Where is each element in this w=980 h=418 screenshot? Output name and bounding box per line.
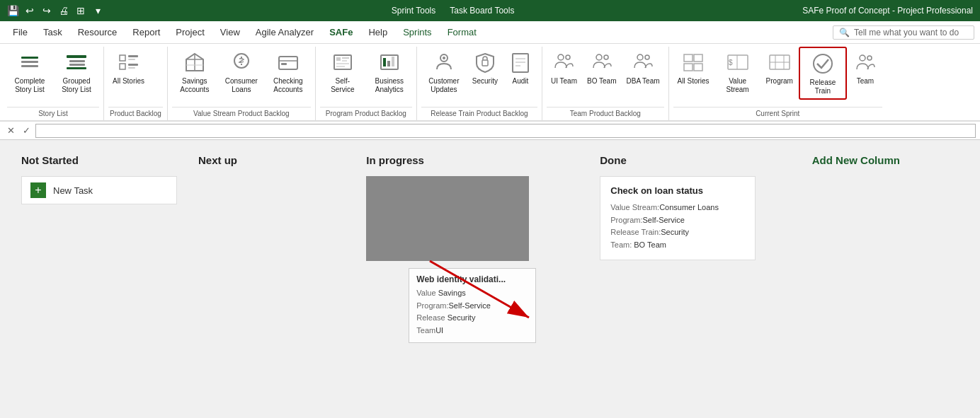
program-sprint-button[interactable]: Program <box>762 47 797 88</box>
svg-rect-32 <box>392 57 394 66</box>
ribbon-group-team-backlog: UI Team BO Team <box>542 47 669 120</box>
add-column-section: Add New Column <box>812 154 959 381</box>
dba-team-button[interactable]: DBA Team <box>622 47 664 88</box>
consumer-loans-button[interactable]: Consumer Loans <box>219 47 264 97</box>
all-stories-sprint-button[interactable]: All Stories <box>673 47 714 88</box>
ribbon: Complete Story List Grouped Story List S… <box>0 44 980 122</box>
new-task-button[interactable]: + New Task <box>21 176 177 204</box>
customer-updates-button[interactable]: Customer Updates <box>421 47 467 97</box>
checking-accounts-button[interactable]: Checking Accounts <box>266 47 311 97</box>
dba-team-label: DBA Team <box>627 77 660 86</box>
bo-team-button[interactable]: BO Team <box>583 47 621 88</box>
menu-project[interactable]: Project <box>169 24 211 40</box>
value-stream-sprint-button[interactable]: $ Value Stream <box>715 47 760 97</box>
drag-visual-container: Web identity validati... Value Savings P… <box>366 261 579 374</box>
loan-status-card[interactable]: Check on loan status Value Stream:Consum… <box>600 176 756 260</box>
menu-task[interactable]: Task <box>36 24 69 40</box>
menu-agile[interactable]: Agile Analyzer <box>249 24 321 40</box>
menu-file[interactable]: File <box>6 24 35 40</box>
print-icon[interactable]: 🖨 <box>58 5 69 16</box>
team-backlog-group-label: Team Product Backlog <box>547 107 664 120</box>
ui-team-button[interactable]: UI Team <box>547 47 581 88</box>
menu-bar: File Task Resource Report Project View A… <box>0 21 980 44</box>
svg-rect-5 <box>69 64 85 66</box>
svg-rect-47 <box>694 54 702 62</box>
savings-icon <box>182 50 207 75</box>
svg-rect-31 <box>387 61 390 66</box>
consumer-loans-icon <box>229 50 254 75</box>
release-train-sprint-button[interactable]: Release Train <box>799 47 847 100</box>
drag-value: Savings <box>438 289 466 297</box>
audit-button[interactable]: Audit <box>503 47 537 88</box>
save-icon[interactable]: 💾 <box>7 5 18 16</box>
team-sprint-label: Team <box>857 77 874 86</box>
formula-input[interactable] <box>35 124 976 138</box>
ribbon-group-value-stream: Savings Accounts Consumer Loans <box>168 47 316 120</box>
cancel-formula-button[interactable]: ✕ <box>4 124 17 137</box>
drag-program: Self-Service <box>449 301 491 310</box>
svg-text:$: $ <box>729 59 733 66</box>
loan-value-stream: Consumer Loans <box>659 203 719 211</box>
title-bar-left: 💾 ↩ ↪ 🖨 ⊞ ▾ <box>7 5 103 16</box>
checking-icon <box>275 50 301 75</box>
business-analytics-button[interactable]: Business Analytics <box>367 47 412 97</box>
grouped-story-label: Grouped Story List <box>58 77 95 94</box>
ribbon-group-current-sprint: All Stories $ Value Stream <box>669 47 887 120</box>
dropdown-arrow[interactable]: ▾ <box>92 5 103 16</box>
team-sprint-button[interactable]: Team <box>848 47 882 88</box>
savings-accounts-button[interactable]: Savings Accounts <box>172 47 217 97</box>
svg-rect-26 <box>342 60 347 62</box>
self-service-label: Self-Service <box>324 77 361 94</box>
grouped-story-icon <box>64 50 89 75</box>
svg-point-40 <box>558 54 564 60</box>
complete-story-list-button[interactable]: Complete Story List <box>7 47 52 97</box>
drag-source-placeholder <box>366 176 529 261</box>
business-analytics-label: Business Analytics <box>371 77 408 94</box>
dragging-card[interactable]: Web identity validati... Value Savings P… <box>409 268 536 343</box>
task-board-tools-tab[interactable]: Task Board Tools <box>450 6 514 16</box>
bo-team-label: BO Team <box>587 77 617 86</box>
menu-help[interactable]: Help <box>361 24 394 40</box>
menu-resource[interactable]: Resource <box>71 24 125 40</box>
sprint-tools-tab[interactable]: Sprint Tools <box>392 6 435 16</box>
svg-rect-25 <box>342 57 349 59</box>
svg-rect-7 <box>120 55 125 61</box>
value-stream-group-label: Value Stream Product Backlog <box>172 107 311 120</box>
security-button[interactable]: Security <box>468 47 502 88</box>
program-items: Self-Service Business Analytics <box>320 47 412 105</box>
menu-view[interactable]: View <box>213 24 247 40</box>
redo-icon[interactable]: ↪ <box>41 5 52 16</box>
svg-point-42 <box>596 54 602 60</box>
add-column-button[interactable]: Add New Column <box>812 154 959 166</box>
board: Not Started + New Task Next up In progre… <box>0 140 980 395</box>
menu-safe[interactable]: SAFe <box>322 24 360 40</box>
svg-rect-10 <box>128 59 135 60</box>
current-sprint-items: All Stories $ Value Stream <box>673 47 882 105</box>
grouped-story-list-button[interactable]: Grouped Story List <box>54 47 99 97</box>
svg-point-41 <box>566 55 570 59</box>
svg-point-34 <box>443 57 445 59</box>
svg-rect-35 <box>482 60 488 66</box>
self-service-button[interactable]: Self-Service <box>320 47 365 97</box>
confirm-formula-button[interactable]: ✓ <box>20 124 33 137</box>
in-progress-content: Web identity validati... Value Savings P… <box>366 176 579 374</box>
expand-icon[interactable]: ⊞ <box>75 5 86 16</box>
program-group-label: Program Product Backlog <box>320 107 412 120</box>
search-bar[interactable]: 🔍 Tell me what you want to do <box>833 25 974 40</box>
undo-icon[interactable]: ↩ <box>24 5 35 16</box>
done-column: Done Check on loan status Value Stream:C… <box>600 154 790 381</box>
not-started-header: Not Started <box>21 154 177 166</box>
menu-sprints[interactable]: Sprints <box>396 24 438 40</box>
svg-rect-4 <box>69 60 85 62</box>
svg-point-59 <box>867 56 872 60</box>
menu-format[interactable]: Format <box>440 24 484 40</box>
savings-accounts-label: Savings Accounts <box>176 77 213 94</box>
all-stories-button[interactable]: All Stories <box>108 47 149 88</box>
menu-report[interactable]: Report <box>125 24 167 40</box>
app-title: SAFe Proof of Concept - Project Professi… <box>802 6 973 16</box>
svg-rect-3 <box>67 55 86 58</box>
all-stories-sprint-label: All Stories <box>678 77 710 86</box>
svg-rect-49 <box>694 64 702 71</box>
team-sprint-icon <box>853 50 878 75</box>
bo-team-icon <box>589 50 615 75</box>
